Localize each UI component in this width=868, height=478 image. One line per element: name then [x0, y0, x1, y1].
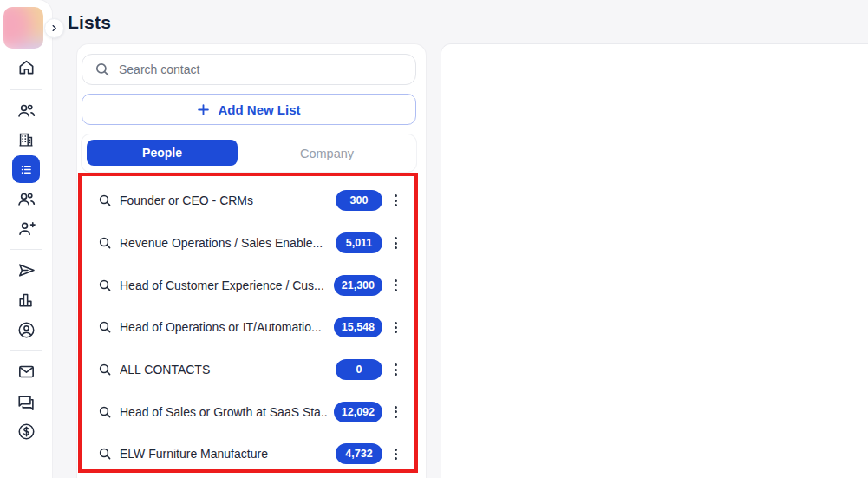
- sidebar: [0, 0, 52, 478]
- tab-company[interactable]: Company: [243, 134, 411, 172]
- list-item[interactable]: ALL CONTACTS 0: [82, 349, 416, 391]
- chat-icon[interactable]: [16, 391, 36, 412]
- row-menu-button[interactable]: [392, 446, 399, 462]
- analytics-icon[interactable]: [16, 290, 36, 311]
- add-new-list-button[interactable]: Add New List: [82, 94, 416, 125]
- sidebar-divider: [10, 350, 42, 351]
- list-name: ALL CONTACTS: [120, 363, 329, 377]
- list-name: Founder or CEO - CRMs: [120, 193, 329, 207]
- search-list-icon: [98, 447, 112, 461]
- list-item[interactable]: ELW Furniture Manufacture 4,732: [82, 433, 416, 475]
- list-item[interactable]: Head of Operations or IT/Automatio... 15…: [82, 306, 416, 349]
- email-icon[interactable]: [16, 361, 36, 382]
- contacts-icon[interactable]: [16, 100, 36, 121]
- list-name: Head of Operations or IT/Automatio...: [120, 320, 327, 334]
- account-icon[interactable]: [16, 319, 36, 340]
- count-badge: 5,011: [336, 232, 382, 253]
- lists-icon-active[interactable]: [12, 155, 40, 183]
- billing-icon[interactable]: [16, 421, 36, 442]
- list-name: Head of Customer Experience / Cus...: [120, 278, 327, 292]
- search-list-icon: [98, 320, 112, 334]
- row-menu-button[interactable]: [392, 319, 399, 335]
- list-name: Revenue Operations / Sales Enable...: [120, 236, 329, 250]
- plus-icon: [197, 103, 210, 116]
- search-list-icon: [98, 405, 112, 419]
- search-list-icon: [98, 236, 112, 250]
- count-badge: 0: [336, 359, 382, 380]
- row-menu-button[interactable]: [392, 235, 399, 251]
- list-type-tabs: People Company: [82, 134, 416, 172]
- list-item[interactable]: Revenue Operations / Sales Enable... 5,0…: [82, 222, 416, 265]
- add-person-icon[interactable]: [16, 218, 36, 239]
- row-menu-button[interactable]: [392, 404, 399, 420]
- row-menu-button[interactable]: [392, 362, 399, 377]
- companies-icon[interactable]: [16, 129, 36, 150]
- people-icon[interactable]: [16, 188, 36, 209]
- list-name: Head of Sales or Growth at SaaS Sta...: [120, 405, 327, 419]
- search-contact-input[interactable]: [119, 62, 403, 76]
- search-list-icon: [98, 278, 112, 292]
- row-menu-button[interactable]: [392, 278, 399, 293]
- search-list-icon: [98, 363, 112, 377]
- count-badge: 21,300: [334, 275, 382, 296]
- row-menu-button[interactable]: [392, 193, 399, 208]
- list-item[interactable]: Head of Sales or Growth at SaaS Sta... 1…: [82, 390, 416, 433]
- detail-panel-empty: [441, 43, 868, 478]
- list-item[interactable]: Founder or CEO - CRMs 300: [82, 180, 416, 222]
- list-name: ELW Furniture Manufacture: [120, 447, 329, 461]
- send-icon[interactable]: [16, 259, 36, 280]
- home-icon[interactable]: [16, 56, 36, 77]
- search-icon: [95, 62, 110, 77]
- count-badge: 12,092: [334, 402, 382, 422]
- count-badge: 4,732: [336, 443, 382, 464]
- app-logo: [3, 7, 43, 49]
- tab-people[interactable]: People: [87, 140, 238, 166]
- count-badge: 300: [336, 190, 382, 211]
- page-title: Lists: [68, 12, 111, 33]
- contact-lists: Founder or CEO - CRMs 300 Revenue Operat…: [82, 180, 416, 475]
- sidebar-expand-button[interactable]: [44, 18, 64, 38]
- list-item[interactable]: Head of Customer Experience / Cus... 21,…: [82, 264, 416, 306]
- logo-blur-image: [3, 7, 43, 49]
- add-new-list-label: Add New List: [218, 102, 300, 117]
- sidebar-divider: [10, 89, 42, 90]
- count-badge: 15,548: [334, 317, 382, 337]
- sidebar-divider: [10, 249, 42, 250]
- search-contact-box[interactable]: [82, 54, 416, 85]
- search-list-icon: [98, 193, 112, 207]
